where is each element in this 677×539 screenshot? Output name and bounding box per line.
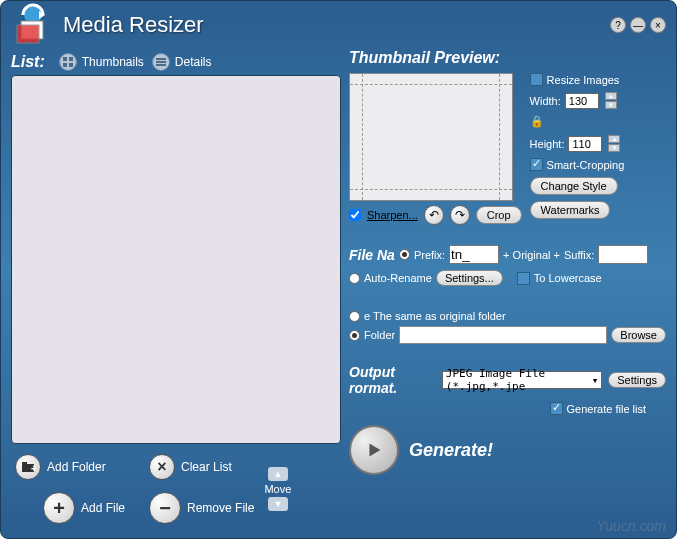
close-button[interactable]: ×: [650, 17, 666, 33]
add-folder-icon: +: [15, 454, 41, 480]
same-folder-radio[interactable]: [349, 311, 360, 322]
original-label: + Original +: [503, 249, 560, 261]
height-input[interactable]: [568, 136, 602, 152]
watermark-text: Yuucn.com: [596, 518, 666, 534]
move-up-button[interactable]: ▲: [268, 467, 288, 481]
generate-filelist-label: Generate file list: [567, 403, 646, 415]
remove-file-label: Remove File: [187, 501, 254, 515]
resize-images-label: Resize Images: [547, 74, 620, 86]
same-folder-label: e The same as original folder: [364, 310, 506, 322]
add-file-icon: +: [43, 492, 75, 524]
height-down[interactable]: ▼: [608, 144, 620, 152]
svg-text:+: +: [31, 463, 36, 474]
generate-label: Generate!: [409, 440, 493, 461]
width-up[interactable]: ▲: [605, 92, 617, 100]
thumbnails-label: Thumbnails: [82, 55, 144, 69]
generate-button[interactable]: [349, 425, 399, 475]
format-select[interactable]: JPEG Image File (*.jpg,*.jpe▾: [442, 371, 602, 389]
details-label: Details: [175, 55, 212, 69]
move-down-button[interactable]: ▼: [268, 497, 288, 511]
remove-file-button[interactable]: − Remove File: [145, 488, 258, 528]
svg-rect-7: [156, 58, 166, 60]
resize-images-checkbox[interactable]: [530, 73, 543, 86]
thumbnail-preview[interactable]: [349, 73, 513, 201]
svg-rect-5: [63, 63, 67, 67]
clear-list-label: Clear List: [181, 460, 232, 474]
svg-rect-4: [69, 57, 73, 61]
width-input[interactable]: [565, 93, 599, 109]
smart-cropping-checkbox[interactable]: [530, 158, 543, 171]
prefix-radio[interactable]: [399, 249, 410, 260]
remove-file-icon: −: [149, 492, 181, 524]
width-label: Width:: [530, 95, 561, 107]
file-list[interactable]: [11, 75, 341, 444]
folder-input[interactable]: [399, 326, 607, 344]
sharpen-link[interactable]: Sharpen...: [367, 209, 418, 221]
app-logo-icon: [11, 3, 55, 47]
play-icon: [363, 439, 385, 461]
height-up[interactable]: ▲: [608, 135, 620, 143]
height-label: Height:: [530, 138, 565, 150]
auto-rename-label: Auto-Rename: [364, 272, 432, 284]
to-lowercase-checkbox[interactable]: [517, 272, 530, 285]
suffix-input[interactable]: [598, 245, 648, 264]
lock-icon[interactable]: 🔒: [530, 115, 542, 129]
generate-filelist-checkbox[interactable]: [550, 402, 563, 415]
filename-title: File Na: [349, 247, 395, 263]
svg-rect-9: [156, 64, 166, 66]
folder-label: Folder: [364, 329, 395, 341]
folder-radio[interactable]: [349, 330, 360, 341]
to-lowercase-label: To Lowercase: [534, 272, 602, 284]
clear-list-button[interactable]: × Clear List: [145, 450, 258, 484]
prefix-input[interactable]: [449, 245, 499, 264]
prefix-label: Prefix:: [414, 249, 445, 261]
list-label: List:: [11, 53, 45, 71]
details-icon: [152, 53, 170, 71]
svg-rect-3: [63, 57, 67, 61]
move-label: Move: [264, 483, 291, 495]
add-file-label: Add File: [81, 501, 125, 515]
help-button[interactable]: ?: [610, 17, 626, 33]
details-view-button[interactable]: Details: [152, 53, 212, 71]
watermarks-button[interactable]: Watermarks: [530, 201, 611, 219]
rename-settings-button[interactable]: Settings...: [436, 270, 503, 286]
clear-list-icon: ×: [149, 454, 175, 480]
svg-rect-2: [17, 25, 39, 43]
svg-rect-6: [69, 63, 73, 67]
width-down[interactable]: ▼: [605, 101, 617, 109]
change-style-button[interactable]: Change Style: [530, 177, 618, 195]
thumbnails-icon: [59, 53, 77, 71]
thumbnails-view-button[interactable]: Thumbnails: [59, 53, 144, 71]
sharpen-checkbox[interactable]: [349, 209, 361, 221]
browse-button[interactable]: Browse: [611, 327, 666, 343]
crop-button[interactable]: Crop: [476, 206, 522, 224]
rotate-right-button[interactable]: ↷: [450, 205, 470, 225]
chevron-down-icon: ▾: [592, 374, 599, 387]
add-folder-label: Add Folder: [47, 460, 106, 474]
rotate-left-button[interactable]: ↶: [424, 205, 444, 225]
auto-rename-radio[interactable]: [349, 273, 360, 284]
add-file-button[interactable]: + Add File: [39, 488, 129, 528]
preview-title: Thumbnail Preview:: [349, 49, 666, 67]
app-title: Media Resizer: [63, 12, 610, 38]
smart-cropping-label: Smart-Cropping: [547, 159, 625, 171]
suffix-label: Suffix:: [564, 249, 594, 261]
output-settings-button[interactable]: Settings: [608, 372, 666, 388]
output-title: Output rormat.: [349, 364, 436, 396]
format-value: JPEG Image File (*.jpg,*.jpe: [446, 367, 592, 393]
svg-rect-11: [22, 462, 27, 465]
svg-rect-8: [156, 61, 166, 63]
minimize-button[interactable]: —: [630, 17, 646, 33]
add-folder-button[interactable]: + Add Folder: [11, 450, 129, 484]
